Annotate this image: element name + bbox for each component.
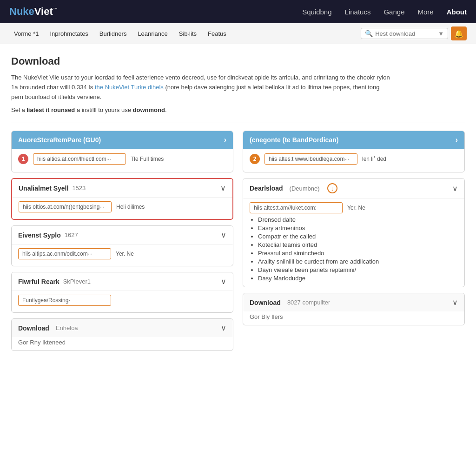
nav-burlid[interactable]: Burlidners — [95, 28, 132, 39]
unalialmet-header-left: Unalialmet Syell 1523 — [19, 185, 86, 192]
dearlsload-chevron-icon: ∨ — [452, 184, 458, 193]
bold-text-1: liatest it rounsed — [26, 106, 75, 113]
search-area: 🔍 ▼ 🔔 — [361, 26, 467, 40]
dearlsload-url-row: Yer. Ne — [250, 202, 458, 213]
bullet-2: Easry artmeninos — [258, 225, 458, 231]
site-logo[interactable]: NukeViet™ — [9, 6, 58, 18]
nav-squidbng[interactable]: Squidbng — [302, 8, 331, 16]
dearlsload-url-input[interactable] — [250, 202, 343, 213]
bullet-6: Arality sniinlill be curdect from are ad… — [258, 258, 458, 265]
main-content: Download The NukeViet Vile usar to your … — [0, 44, 476, 362]
nav-about[interactable]: About — [447, 8, 467, 16]
top-navigation: NukeViet™ Squidbng Linatucs Gange More A… — [0, 0, 476, 23]
dropdown-chevron-icon: ▼ — [438, 30, 444, 37]
fiwrful-version: SkPlever1 — [63, 278, 91, 285]
download-left-section: Download Enheloa ∨ Gor Rny Ikteneed — [11, 318, 233, 351]
eivenst-chevron-icon: ∨ — [221, 231, 226, 239]
eivenst-header-left: Eivenst Syplo 1627 — [18, 231, 78, 239]
unalialmet-body: Heli dilimes — [12, 197, 232, 219]
right-header-card: (cnegonte (te BandPordican) › 2 len liʿ … — [243, 131, 465, 172]
secondary-navigation: Vorme *1 Inprohmctates Burlidners Leanri… — [0, 23, 476, 44]
download-right-subtext: Gor Bly Ilers — [243, 311, 464, 325]
dearlsload-section: Dearlsload (Deumbne) ↓ ∨ Yer. Ne Drensed… — [243, 178, 465, 287]
fiwrful-header[interactable]: Fiwrful Reark SkPlever1 ∨ — [12, 272, 233, 291]
two-columns: AuoreStcraRemPare (GU0) › 1 Tle Full tim… — [11, 131, 465, 351]
eivenst-body: Yer. Ne — [12, 244, 233, 266]
bell-icon: 🔔 — [454, 29, 463, 38]
download-left-header[interactable]: Download Enheloa ∨ — [12, 319, 233, 337]
unalialmet-url-row: Heli dilimes — [19, 201, 226, 212]
dearlsload-header[interactable]: Dearlsload (Deumbne) ↓ ∨ — [243, 178, 464, 198]
search-input[interactable] — [375, 30, 436, 37]
search-icon: 🔍 — [365, 30, 373, 37]
download-left-header-left: Download Enheloa — [18, 324, 78, 332]
download-right-chevron-icon: ∨ — [452, 298, 458, 307]
chevron-down-icon: ∨ — [220, 184, 226, 192]
search-box: 🔍 ▼ — [361, 28, 448, 39]
left-url-row: 1 Tle Full times — [18, 153, 226, 165]
nav-linatucs[interactable]: Linatucs — [345, 8, 371, 16]
logo-tm: ™ — [53, 7, 58, 12]
fiwrful-body — [12, 291, 233, 312]
download-left-chevron-icon: ∨ — [221, 324, 226, 332]
badge-1: 1 — [18, 154, 28, 164]
nav-siblit[interactable]: Sib·lits — [174, 28, 201, 39]
bullet-8: Dasy Marlodudge — [258, 275, 458, 282]
left-card-body: 1 Tle Full times — [12, 149, 233, 172]
bullet-7: Dayn vieeale been panets reptamini/ — [258, 266, 458, 273]
eivenst-header[interactable]: Eivenst Syplo 1627 ∨ — [12, 226, 233, 244]
section-divider — [11, 123, 465, 123]
right-url-label: len liʿ ded — [362, 156, 386, 162]
nav-more[interactable]: More — [417, 8, 433, 16]
badge-2: 2 — [250, 154, 260, 164]
left-header-title: AuoreStcraRemPare (GU0) — [18, 136, 101, 144]
notification-button[interactable]: 🔔 — [451, 26, 467, 40]
right-url-row: 2 len liʿ ded — [250, 153, 458, 165]
nukeViet-link[interactable]: the NukeViet Turke dihels — [95, 84, 164, 91]
download-right-title: Download — [250, 299, 281, 306]
bold-text-2: downmond — [133, 106, 165, 113]
dearlsload-title: Dearlsload — [250, 185, 283, 192]
eivenst-url-input[interactable] — [18, 248, 111, 259]
fiwrful-header-left: Fiwrful Reark SkPlever1 — [18, 278, 91, 285]
eivenst-section: Eivenst Syplo 1627 ∨ Yer. Ne — [11, 225, 233, 266]
right-card-body: 2 len liʿ ded — [243, 149, 464, 172]
unalialmet-version: 1523 — [72, 185, 86, 192]
left-card-header: AuoreStcraRemPare (GU0) › — [12, 131, 233, 149]
fiwrful-section: Fiwrful Reark SkPlever1 ∨ — [11, 272, 233, 313]
eivenst-url-row: Yer. Ne — [18, 248, 226, 259]
page-subdesc: Sel a liatest it rounsed a instilll to y… — [11, 106, 465, 113]
logo-viet: Viet — [34, 6, 53, 17]
download-right-header-left: Download 8027 compuliter — [250, 299, 330, 306]
fiwrful-title: Fiwrful Reark — [18, 278, 60, 285]
download-circle-icon: ↓ — [327, 183, 337, 193]
nav-vorme[interactable]: Vorme *1 — [9, 28, 43, 39]
unalialmet-url-input[interactable] — [19, 201, 112, 212]
download-left-sublabel: Enheloa — [56, 324, 78, 331]
fiwrful-url-input[interactable] — [18, 295, 111, 306]
left-url-label: Tle Full times — [131, 156, 164, 162]
unalialmet-header[interactable]: Unalialmet Syell 1523 ∨ — [12, 179, 232, 197]
eivenst-url-label: Yer. Ne — [116, 251, 134, 257]
bullet-3: Compatr er the called — [258, 233, 458, 240]
download-left-subtext: Gor Rny Ikteneed — [12, 337, 233, 350]
right-card-header: (cnegonte (te BandPordican) › — [243, 131, 464, 149]
unalialmet-url-label: Heli dilimes — [116, 204, 145, 210]
bullet-5: Pressrul and siminchedo — [258, 250, 458, 257]
dearlsload-sublabel: (Deumbne) — [290, 185, 320, 192]
fiwrful-url-row — [18, 295, 226, 306]
download-right-sublabel: 8027 compuliter — [287, 299, 331, 306]
top-nav-links: Squidbng Linatucs Gange More About — [302, 8, 467, 16]
eivenst-title: Eivenst Syplo — [18, 231, 61, 239]
fiwrful-chevron-icon: ∨ — [221, 277, 226, 286]
nav-leanua[interactable]: Leanriance — [133, 28, 172, 39]
bullet-4: Koteclial teamis olrted — [258, 241, 458, 248]
right-url-input[interactable] — [264, 153, 357, 165]
left-url-input[interactable] — [33, 153, 126, 165]
unalialmet-title: Unalialmet Syell — [19, 185, 68, 192]
nav-gange[interactable]: Gange — [383, 8, 404, 16]
nav-featus[interactable]: Featus — [203, 28, 231, 39]
download-right-header[interactable]: Download 8027 compuliter ∨ — [243, 293, 464, 311]
logo-nuke: Nuke — [9, 6, 34, 17]
nav-inprohm[interactable]: Inprohmctates — [45, 28, 93, 39]
